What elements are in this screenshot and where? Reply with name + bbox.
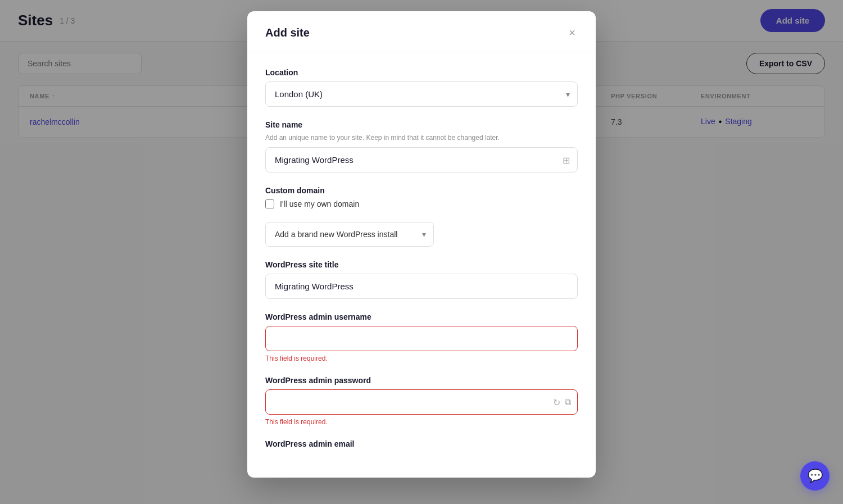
custom-domain-checkbox-row: I'll use my own domain	[265, 199, 578, 208]
site-name-input[interactable]	[265, 147, 578, 172]
wp-admin-username-field-group: WordPress admin username This field is r…	[265, 312, 578, 362]
custom-domain-field-group: Custom domain I'll use my own domain	[265, 186, 578, 208]
modal-title: Add site	[265, 26, 310, 39]
site-name-label: Site name	[265, 120, 578, 129]
wp-admin-password-field-group: WordPress admin password ↻ ⧉ This field …	[265, 376, 578, 426]
add-site-modal: Add site × Location London (UK) ▾ Site n…	[247, 11, 596, 478]
install-type-field-group: Add a brand new WordPress install Clone …	[265, 222, 578, 247]
location-select-wrapper: London (UK) ▾	[265, 81, 578, 107]
site-name-field-group: Site name Add an unique name to your sit…	[265, 120, 578, 172]
site-name-hint: Add an unique name to your site. Keep in…	[265, 134, 578, 142]
refresh-icon[interactable]: ↻	[553, 397, 560, 407]
chat-icon: 💬	[808, 469, 823, 483]
wp-admin-password-error: This field is required.	[265, 418, 578, 426]
location-label: Location	[265, 68, 578, 77]
location-field-group: Location London (UK) ▾	[265, 68, 578, 107]
wp-site-title-label: WordPress site title	[265, 260, 578, 269]
wp-admin-username-label: WordPress admin username	[265, 312, 578, 321]
wp-admin-email-field-group: WordPress admin email	[265, 439, 578, 448]
wp-admin-username-error: This field is required.	[265, 355, 578, 362]
wp-site-title-input[interactable]	[265, 274, 578, 299]
wp-admin-password-wrapper: ↻ ⧉	[265, 389, 578, 415]
use-own-domain-checkbox[interactable]	[265, 199, 274, 208]
wp-admin-password-label: WordPress admin password	[265, 376, 578, 385]
password-actions: ↻ ⧉	[553, 397, 571, 407]
modal-close-button[interactable]: ×	[566, 25, 578, 40]
location-select[interactable]: London (UK)	[265, 81, 578, 107]
grid-icon: ⊞	[563, 155, 570, 165]
wp-site-title-field-group: WordPress site title	[265, 260, 578, 299]
modal-header: Add site ×	[247, 11, 596, 52]
site-name-input-wrapper: ⊞	[265, 147, 578, 172]
wp-admin-password-input[interactable]	[265, 389, 578, 415]
custom-domain-label: Custom domain	[265, 186, 578, 195]
modal-body: Location London (UK) ▾ Site name Add an …	[247, 52, 596, 478]
modal-overlay: Add site × Location London (UK) ▾ Site n…	[0, 0, 843, 504]
install-type-select[interactable]: Add a brand new WordPress install Clone …	[265, 222, 434, 247]
wp-admin-email-label: WordPress admin email	[265, 439, 578, 448]
wp-admin-username-input[interactable]	[265, 326, 578, 351]
chat-button[interactable]: 💬	[800, 461, 830, 491]
use-own-domain-label: I'll use my own domain	[280, 199, 359, 208]
install-type-select-wrapper: Add a brand new WordPress install Clone …	[265, 222, 434, 247]
copy-icon[interactable]: ⧉	[565, 397, 571, 407]
